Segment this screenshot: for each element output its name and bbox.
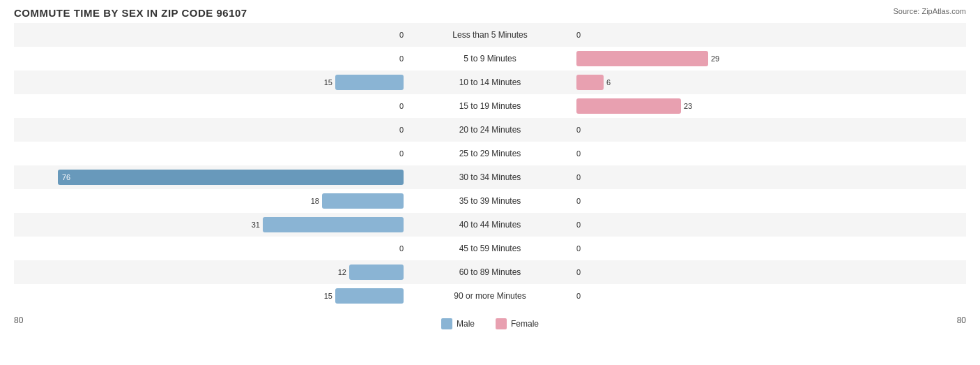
row-label: Less than 5 Minutes: [406, 30, 574, 40]
chart-row: 1835 to 39 Minutes0: [14, 189, 966, 213]
male-zero-value: 0: [395, 54, 404, 63]
row-label: 45 to 59 Minutes: [406, 244, 574, 253]
male-zero-value: 0: [395, 31, 404, 39]
legend-female-box: [496, 318, 507, 329]
male-zero-value: 0: [395, 244, 404, 253]
male-value: 15: [324, 78, 332, 87]
right-bar-container: 0: [574, 237, 966, 260]
left-bar-container: 15: [14, 70, 406, 94]
male-bar-value-inside: 76: [58, 173, 75, 181]
female-zero-value: 0: [576, 31, 585, 39]
male-value: 12: [338, 268, 346, 276]
chart-row: 025 to 29 Minutes0: [14, 142, 966, 165]
female-zero-value: 0: [576, 197, 585, 205]
legend-female: Female: [496, 318, 539, 329]
right-bar-container: 0: [574, 284, 966, 308]
male-bar: 76: [58, 170, 404, 185]
source-label: Source: ZipAtlas.com: [893, 7, 966, 15]
chart-area: 0Less than 5 Minutes005 to 9 Minutes2915…: [14, 23, 966, 311]
male-value: 31: [252, 221, 260, 229]
chart-row: 7630 to 34 Minutes0: [14, 165, 966, 189]
row-label: 15 to 19 Minutes: [406, 101, 574, 111]
axis-left-label: 80: [14, 315, 23, 329]
legend: Male Female: [441, 318, 539, 329]
female-bar: [576, 98, 681, 114]
right-bar-container: 0: [574, 23, 966, 47]
right-bar-container: 0: [574, 260, 966, 284]
male-bar: [322, 193, 404, 209]
row-label: 40 to 44 Minutes: [406, 220, 574, 230]
male-zero-value: 0: [395, 102, 404, 110]
chart-row: 1260 to 89 Minutes0: [14, 260, 966, 284]
legend-male-box: [441, 318, 452, 329]
male-bar: [263, 217, 404, 232]
legend-female-label: Female: [511, 319, 539, 329]
chart-container: COMMUTE TIME BY SEX IN ZIP CODE 96107 So…: [0, 0, 980, 365]
female-zero-value: 0: [576, 244, 585, 253]
right-bar-container: 0: [574, 118, 966, 142]
left-bar-container: 0: [14, 47, 406, 70]
axis-right-label: 80: [957, 315, 966, 329]
female-bar: [576, 75, 604, 90]
chart-row: 1590 or more Minutes0: [14, 284, 966, 308]
female-zero-value: 0: [576, 126, 585, 134]
right-bar-container: 23: [574, 94, 966, 118]
row-label: 20 to 24 Minutes: [406, 125, 574, 135]
female-zero-value: 0: [576, 173, 585, 181]
row-label: 5 to 9 Minutes: [406, 54, 574, 64]
left-bar-container: 0: [14, 118, 406, 142]
male-zero-value: 0: [395, 126, 404, 134]
row-label: 30 to 34 Minutes: [406, 172, 574, 182]
female-zero-value: 0: [576, 149, 585, 158]
chart-row: 015 to 19 Minutes23: [14, 94, 966, 118]
female-value: 29: [711, 54, 719, 63]
row-label: 90 or more Minutes: [406, 291, 574, 301]
left-bar-container: 0: [14, 142, 406, 165]
left-bar-container: 0: [14, 94, 406, 118]
right-bar-container: 0: [574, 165, 966, 189]
female-bar: [576, 51, 708, 66]
chart-row: 05 to 9 Minutes29: [14, 47, 966, 70]
left-bar-container: 0: [14, 237, 406, 260]
row-label: 25 to 29 Minutes: [406, 149, 574, 158]
male-zero-value: 0: [395, 149, 404, 158]
left-bar-container: 12: [14, 260, 406, 284]
legend-male: Male: [441, 318, 475, 329]
chart-row: 020 to 24 Minutes0: [14, 118, 966, 142]
left-bar-container: 76: [14, 165, 406, 189]
chart-title: COMMUTE TIME BY SEX IN ZIP CODE 96107: [14, 7, 966, 19]
chart-row: 0Less than 5 Minutes0: [14, 23, 966, 47]
left-bar-container: 31: [14, 213, 406, 237]
female-zero-value: 0: [576, 292, 585, 300]
right-bar-container: 0: [574, 189, 966, 213]
row-label: 35 to 39 Minutes: [406, 196, 574, 206]
right-bar-container: 0: [574, 142, 966, 165]
female-zero-value: 0: [576, 268, 585, 276]
left-bar-container: 15: [14, 284, 406, 308]
right-bar-container: 0: [574, 213, 966, 237]
left-bar-container: 0: [14, 23, 406, 47]
male-value: 18: [311, 197, 319, 205]
legend-male-label: Male: [457, 319, 475, 329]
male-bar: [335, 288, 404, 304]
male-bar: [349, 265, 404, 280]
row-label: 10 to 14 Minutes: [406, 77, 574, 87]
female-value: 6: [606, 78, 611, 87]
right-bar-container: 29: [574, 47, 966, 70]
right-bar-container: 6: [574, 70, 966, 94]
chart-row: 045 to 59 Minutes0: [14, 237, 966, 260]
female-value: 23: [684, 102, 692, 110]
male-value: 15: [324, 292, 332, 300]
chart-row: 1510 to 14 Minutes6: [14, 70, 966, 94]
male-bar: [335, 75, 404, 90]
left-bar-container: 18: [14, 189, 406, 213]
chart-row: 3140 to 44 Minutes0: [14, 213, 966, 237]
female-zero-value: 0: [576, 221, 585, 229]
axis-bottom: 80 Male Female 80: [14, 313, 966, 332]
row-label: 60 to 89 Minutes: [406, 267, 574, 277]
